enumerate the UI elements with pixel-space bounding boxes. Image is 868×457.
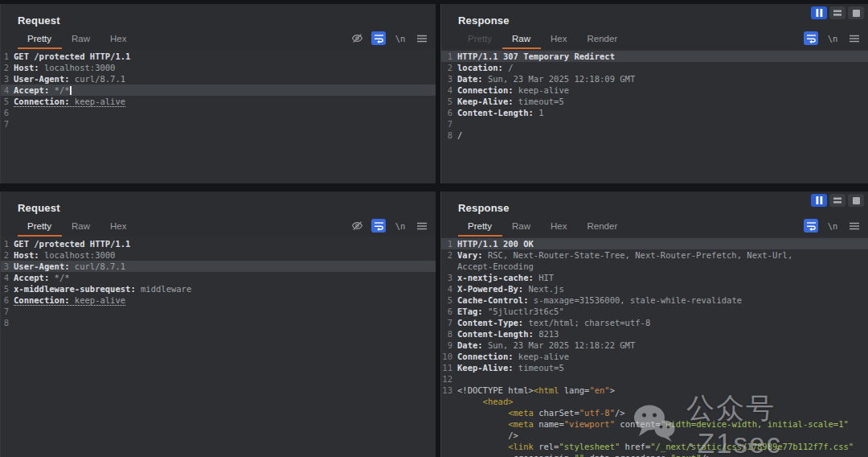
code-line: 8 (1, 317, 436, 328)
code-line: 4Accept: */* (1, 84, 436, 96)
code-line: 3x-nextjs-cache: HIT (441, 272, 868, 283)
tabs-layout-icon[interactable] (848, 194, 864, 207)
editor-toolbar: \n (350, 31, 429, 49)
editor-toolbar: \n (804, 219, 862, 237)
tabs-layout-icon[interactable] (848, 6, 864, 19)
newline-icon[interactable]: \n (825, 31, 840, 45)
editor-toolbar: \n (350, 219, 429, 237)
line-number: 4 (1, 272, 14, 283)
visibility-off-icon[interactable] (350, 219, 364, 233)
menu-icon[interactable] (847, 31, 862, 45)
line-number: 8 (441, 328, 457, 340)
tab-hex[interactable]: Hex (100, 31, 137, 49)
line-number: 12 (441, 373, 457, 385)
line-text: Connection: keep-alive (14, 96, 125, 107)
tab-render[interactable]: Render (578, 218, 628, 237)
line-number: 5 (441, 96, 457, 107)
line-text: Cache-Control: s-maxage=31536000, stale-… (457, 294, 742, 306)
tab-hex[interactable]: Hex (100, 218, 137, 237)
code-line: 6ETag: "5jluctlr3t6c5" (441, 306, 868, 317)
visibility-off-icon[interactable] (350, 31, 364, 45)
rows-layout-icon[interactable] (829, 194, 845, 207)
tab-pretty[interactable]: Pretty (458, 31, 502, 49)
editor-toolbar: \n (804, 31, 862, 49)
line-number: 11 (441, 362, 457, 373)
tab-render[interactable]: Render (578, 31, 628, 49)
newline-label: \n (828, 34, 838, 43)
code-line: 7Content-Type: text/html; charset=utf-8 (441, 317, 868, 328)
line-text: Vary: RSC, Next-Router-State-Tree, Next-… (457, 249, 792, 261)
code-line: <link rel="stylesheet" href="/_next/stat… (441, 441, 868, 452)
response-panel-top: Response PrettyRawHexRender\n 1HTTP/1.1 … (440, 4, 868, 183)
tab-raw[interactable]: Raw (502, 31, 541, 49)
soft-wrap-icon[interactable] (371, 219, 386, 233)
panel-header: Response PrettyRawHexRender\n (441, 4, 868, 49)
line-text: Host: localhost:3000 (14, 62, 115, 73)
panel-title: Request (18, 14, 436, 27)
tab-pretty[interactable]: Pretty (18, 31, 62, 49)
line-number: 6 (441, 107, 457, 118)
soft-wrap-icon[interactable] (804, 31, 818, 45)
line-text: HTTP/1.1 307 Temporary Redirect (457, 51, 615, 62)
line-text: HTTP/1.1 200 OK (457, 238, 534, 249)
code-line: 10Connection: keep-alive (441, 351, 868, 362)
code-line: 5Keep-Alive: timeout=5 (441, 96, 868, 107)
line-text: / (457, 130, 462, 141)
line-text: Date: Sun, 23 Mar 2025 12:18:22 GMT (457, 340, 635, 351)
tab-pretty[interactable]: Pretty (458, 218, 502, 237)
line-text: Content-Length: 8213 (457, 328, 559, 340)
line-number: 7 (441, 317, 457, 328)
code-line: 5Cache-Control: s-maxage=31536000, stale… (441, 294, 868, 306)
tab-bar: PrettyRawHex\n (18, 31, 436, 49)
line-number: 1 (441, 51, 457, 62)
code-line: Accept-Encoding (441, 261, 868, 272)
line-text: Accept-Encoding (457, 261, 534, 272)
request-editor[interactable]: 1GET /protected HTTP/1.12Host: localhost… (1, 49, 436, 183)
line-text: User-Agent: curl/8.7.1 (14, 261, 125, 272)
line-number: 6 (1, 107, 14, 118)
code-line: <head> (441, 396, 868, 407)
line-number: 8 (441, 130, 457, 141)
line-text: GET /protected HTTP/1.1 (14, 238, 130, 249)
tab-pretty[interactable]: Pretty (18, 218, 62, 237)
newline-label: \n (828, 221, 838, 231)
tab-bar: PrettyRawHex\n (18, 218, 436, 237)
newline-label: \n (395, 34, 406, 43)
tab-raw[interactable]: Raw (62, 218, 100, 237)
line-text: Date: Sun, 23 Mar 2025 12:18:09 GMT (457, 73, 635, 84)
tab-raw[interactable]: Raw (62, 31, 100, 49)
newline-icon[interactable]: \n (393, 31, 407, 45)
tab-hex[interactable]: Hex (541, 218, 577, 237)
line-number: 3 (441, 73, 457, 84)
newline-icon[interactable]: \n (825, 219, 840, 233)
newline-icon[interactable]: \n (393, 219, 407, 233)
line-text: Connection: keep-alive (14, 294, 125, 306)
line-number: 6 (441, 306, 457, 317)
line-text: location: / (457, 62, 514, 73)
code-line: 1HTTP/1.1 200 OK (441, 238, 868, 249)
line-text: X-Powered-By: Next.js (457, 283, 564, 294)
code-line: 2Host: localhost:3000 (1, 249, 436, 261)
rows-layout-icon[interactable] (829, 6, 845, 19)
panel-title: Request (18, 202, 436, 214)
line-text: <link rel="stylesheet" href="/_next/stat… (457, 441, 854, 452)
soft-wrap-icon[interactable] (804, 219, 818, 233)
code-line: 2Host: localhost:3000 (1, 62, 436, 73)
columns-layout-icon[interactable] (811, 6, 827, 19)
tab-raw[interactable]: Raw (502, 218, 541, 237)
line-number: 2 (441, 249, 457, 261)
menu-icon[interactable] (847, 219, 862, 233)
response-editor[interactable]: 1HTTP/1.1 307 Temporary Redirect2locatio… (441, 49, 868, 183)
menu-icon[interactable] (415, 31, 429, 45)
line-text: Connection: keep-alive (457, 351, 569, 362)
line-text: Accept: */* (14, 272, 70, 283)
response-editor[interactable]: 1HTTP/1.1 200 OK2Vary: RSC, Next-Router-… (441, 237, 868, 457)
code-line: 9Date: Sun, 23 Mar 2025 12:18:22 GMT (441, 340, 868, 351)
layout-switcher (811, 194, 864, 207)
soft-wrap-icon[interactable] (371, 31, 386, 45)
panel-title: Response (458, 14, 868, 27)
tab-hex[interactable]: Hex (541, 31, 577, 49)
request-editor[interactable]: 1GET /protected HTTP/1.12Host: localhost… (1, 237, 436, 457)
menu-icon[interactable] (415, 219, 429, 233)
columns-layout-icon[interactable] (811, 194, 827, 207)
